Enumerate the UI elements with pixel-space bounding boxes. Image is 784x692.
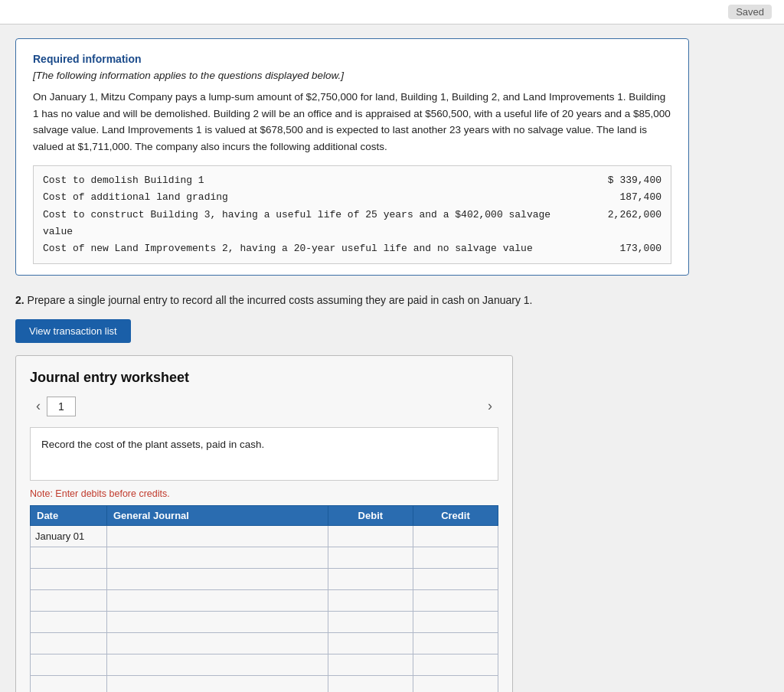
journal-input-7[interactable] xyxy=(107,654,328,675)
credit-input-2[interactable] xyxy=(413,547,498,568)
credit-cell[interactable] xyxy=(413,675,498,692)
cost-value-2: 187,400 xyxy=(585,189,662,206)
credit-cell[interactable] xyxy=(413,568,498,589)
date-cell xyxy=(31,632,107,654)
credit-input-7[interactable] xyxy=(413,654,498,675)
debit-input-7[interactable] xyxy=(328,654,413,675)
col-header-journal: General Journal xyxy=(106,505,328,525)
credit-input-3[interactable] xyxy=(413,569,498,589)
table-row xyxy=(31,589,498,611)
info-body: On January 1, Mitzu Company pays a lump-… xyxy=(33,89,671,155)
debit-input-8[interactable] xyxy=(328,676,413,692)
info-box: Required information [The following info… xyxy=(15,38,689,276)
journal-input-5[interactable] xyxy=(107,612,328,632)
date-cell xyxy=(31,611,107,632)
journal-cell[interactable] xyxy=(106,675,328,692)
debit-cell[interactable] xyxy=(328,589,413,611)
instruction-text: Record the cost of the plant assets, pai… xyxy=(41,439,264,450)
table-row xyxy=(31,611,498,632)
journal-input-2[interactable] xyxy=(107,547,328,568)
col-header-debit: Debit xyxy=(328,505,413,525)
table-row xyxy=(31,568,498,589)
journal-input-8[interactable] xyxy=(107,676,328,692)
instruction-box: Record the cost of the plant assets, pai… xyxy=(30,427,498,481)
credit-cell[interactable] xyxy=(413,632,498,654)
col-header-date: Date xyxy=(31,505,107,525)
credit-cell[interactable] xyxy=(413,547,498,568)
date-cell xyxy=(31,654,107,675)
question-number: 2. xyxy=(15,294,24,306)
debit-cell[interactable] xyxy=(328,547,413,568)
note-text: Note: Enter debits before credits. xyxy=(30,488,498,499)
cost-label-4: Cost of new Land Improvements 2, having … xyxy=(43,240,585,257)
debit-cell[interactable] xyxy=(328,654,413,675)
prev-arrow[interactable]: ‹ xyxy=(30,398,47,414)
cost-row-2: Cost of additional land grading 187,400 xyxy=(43,189,662,206)
debit-input-3[interactable] xyxy=(328,569,413,589)
required-info-label: Required information xyxy=(33,53,671,65)
debit-cell[interactable] xyxy=(328,675,413,692)
debit-input-1[interactable] xyxy=(328,526,413,547)
credit-cell[interactable] xyxy=(413,525,498,547)
table-row xyxy=(31,675,498,692)
saved-badge: Saved xyxy=(728,5,772,19)
journal-cell[interactable] xyxy=(106,589,328,611)
cost-row-3: Cost to construct Building 3, having a u… xyxy=(43,207,662,240)
costs-table: Cost to demolish Building 1 $ 339,400 Co… xyxy=(33,165,671,263)
worksheet-container: Journal entry worksheet ‹ 1 › Record the… xyxy=(15,355,513,692)
credit-input-6[interactable] xyxy=(413,633,498,654)
credit-input-8[interactable] xyxy=(413,676,498,692)
date-cell xyxy=(31,568,107,589)
cost-label-2: Cost of additional land grading xyxy=(43,189,585,206)
journal-table: Date General Journal Debit Credit Januar… xyxy=(30,505,498,692)
journal-input-3[interactable] xyxy=(107,569,328,589)
credit-cell[interactable] xyxy=(413,589,498,611)
table-row xyxy=(31,632,498,654)
cost-label-1: Cost to demolish Building 1 xyxy=(43,172,585,189)
credit-input-1[interactable] xyxy=(413,526,498,547)
journal-input-6[interactable] xyxy=(107,633,328,654)
cost-value-4: 173,000 xyxy=(585,240,662,257)
journal-cell[interactable] xyxy=(106,525,328,547)
table-row xyxy=(31,654,498,675)
page-box: 1 xyxy=(47,397,76,416)
journal-input-4[interactable] xyxy=(107,590,328,611)
date-cell xyxy=(31,547,107,568)
debit-cell[interactable] xyxy=(328,568,413,589)
info-subtitle: [The following information applies to th… xyxy=(33,70,671,81)
cost-value-1: $ 339,400 xyxy=(585,172,662,189)
table-row xyxy=(31,547,498,568)
debit-input-6[interactable] xyxy=(328,633,413,654)
cost-value-3: 2,262,000 xyxy=(585,207,662,240)
journal-cell[interactable] xyxy=(106,611,328,632)
cost-row-4: Cost of new Land Improvements 2, having … xyxy=(43,240,662,257)
debit-input-2[interactable] xyxy=(328,547,413,568)
cost-label-3: Cost to construct Building 3, having a u… xyxy=(43,207,585,240)
next-arrow[interactable]: › xyxy=(482,398,498,414)
credit-cell[interactable] xyxy=(413,611,498,632)
credit-input-4[interactable] xyxy=(413,590,498,611)
cost-row-1: Cost to demolish Building 1 $ 339,400 xyxy=(43,172,662,189)
journal-cell[interactable] xyxy=(106,568,328,589)
question-body: Prepare a single journal entry to record… xyxy=(28,294,533,306)
journal-cell[interactable] xyxy=(106,547,328,568)
debit-cell[interactable] xyxy=(328,525,413,547)
credit-input-5[interactable] xyxy=(413,612,498,632)
debit-cell[interactable] xyxy=(328,632,413,654)
top-bar: Saved xyxy=(0,0,784,24)
date-cell xyxy=(31,675,107,692)
credit-cell[interactable] xyxy=(413,654,498,675)
debit-cell[interactable] xyxy=(328,611,413,632)
question-text: 2. Prepare a single journal entry to rec… xyxy=(15,292,689,308)
date-cell: January 01 xyxy=(31,525,107,547)
col-header-credit: Credit xyxy=(413,505,498,525)
journal-cell[interactable] xyxy=(106,632,328,654)
table-row: January 01 xyxy=(31,525,498,547)
debit-input-4[interactable] xyxy=(328,590,413,611)
view-transaction-button[interactable]: View transaction list xyxy=(15,319,131,343)
journal-cell[interactable] xyxy=(106,654,328,675)
pagination: ‹ 1 › xyxy=(30,397,498,416)
journal-input-1[interactable] xyxy=(107,526,328,547)
debit-input-5[interactable] xyxy=(328,612,413,632)
worksheet-title: Journal entry worksheet xyxy=(30,370,498,386)
